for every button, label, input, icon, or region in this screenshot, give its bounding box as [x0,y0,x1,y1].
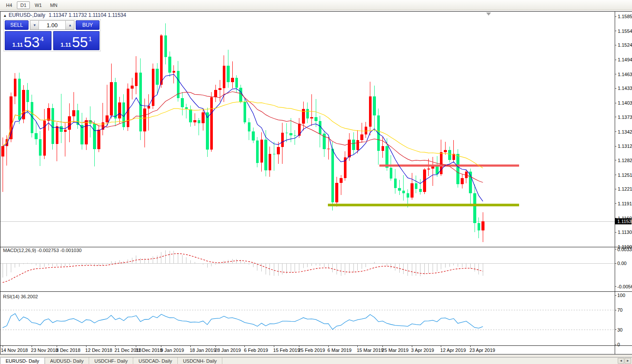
chart-tab-usdchf[interactable]: USDCHF- Daily [89,358,133,364]
buy-price-box[interactable]: 1.11 55 1 [53,31,100,50]
buy-button[interactable]: BUY [76,20,99,30]
volume-stepper: ▼ ▲ [30,20,74,30]
sell-price-box[interactable]: 1.11 53 4 [5,31,51,50]
buy-price-big: 55 [72,37,88,48]
candle-body [286,133,289,133]
candle-body [148,106,151,109]
candle-body [369,96,372,127]
buy-price-prefix: 1.11 [61,42,71,48]
time-axis-label: 15 Feb 2019 [273,348,300,353]
candle-body [139,73,142,131]
time-axis-label: 18 Jan 2019 [189,348,216,353]
candle-body [248,122,251,131]
candle-body [214,90,217,97]
candle-body [327,149,330,149]
candle-body [407,193,410,198]
candle-body [294,135,297,136]
macd-signal-line [3,254,483,283]
price-axis-label: 1.15850 [618,14,632,19]
candle-body [231,78,234,82]
candle-body [352,140,355,150]
candle-body [206,112,209,150]
candle-body [168,57,171,72]
candle-body [26,90,29,102]
chart-tab-usdcad[interactable]: USDCAD- Daily [133,358,178,364]
trading-platform-window: H4D1W1MN 0.0033830.00-0.005663100703001.… [0,0,632,364]
price-axis-label: 1.14030 [618,100,632,105]
volume-increase-icon[interactable]: ▲ [65,21,74,29]
candle-body [356,140,359,150]
price-axis-label: 1.12215 [618,186,632,192]
candle-body [47,108,50,121]
time-axis-label: 25 Mar 2019 [382,348,409,353]
ma-medium [3,92,483,182]
candle-body [51,108,55,144]
timeframe-toolbar: H4D1W1MN [0,0,632,10]
chart-ohlc-values: 1.11347 1.11732 1.11104 1.11534 [49,12,126,18]
candle-body [314,117,318,121]
buy-price-pip: 1 [88,35,92,42]
time-axis-label: 14 Nov 2018 [1,348,28,353]
chart-shift-marker-icon[interactable] [486,13,491,16]
candle-body [385,146,388,168]
sell-button[interactable]: SELL [5,20,29,30]
time-axis-label: 9 Jan 2019 [160,348,184,353]
timeframe-button-mn[interactable]: MN [47,1,61,9]
chart-tab-bar: EURUSD- DailyAUDUSD- DailyUSDCHF- DailyU… [0,357,632,364]
candle-body [377,115,380,151]
candle-body [189,109,192,122]
candle-body [415,183,418,189]
candle-body [118,102,121,118]
candle-body [60,126,63,132]
candle-body [173,71,176,72]
candle-body [310,117,313,118]
macd-axis-label: -0.005663 [617,284,632,289]
price-chart-canvas[interactable]: 0.0033830.00-0.005663100703001.158501.15… [0,10,632,355]
price-axis-label: 1.14635 [618,72,632,77]
price-axis-label: 1.11305 [618,230,632,235]
price-axis-label: 1.15245 [618,42,632,48]
candle-body [390,168,393,179]
candle-body [478,223,481,230]
candle-body [382,146,385,151]
candle-body [110,82,113,115]
candle-body [456,154,459,184]
candle-body [235,78,238,88]
candle-body [444,150,447,153]
candle-body [143,109,146,131]
candle-body [85,120,88,144]
chart-tab-audusd[interactable]: AUDUSD- Daily [45,358,90,364]
volume-decrease-icon[interactable]: ▼ [30,21,39,29]
candle-body [252,131,255,140]
candle-body [193,120,196,123]
candle-body [106,115,109,123]
candle-body [473,193,476,223]
timeframe-button-w1[interactable]: W1 [31,1,45,9]
volume-input[interactable] [39,21,65,29]
candle-body [72,110,75,116]
moving-average-lines [3,74,483,201]
macd-panel: 0.0033830.00-0.005663 [0,247,632,289]
time-axis-label: 28 Jan 2019 [215,348,241,353]
timeframe-button-h4[interactable]: H4 [3,1,16,9]
candle-body [10,96,13,139]
price-axis-label: 1.13425 [618,129,632,134]
rsi-axis-label: 70 [617,307,622,313]
chart-window: 0.0033830.00-0.005663100703001.158501.15… [0,10,632,355]
price-axis-label: 1.14335 [618,86,632,91]
chart-tab-eurusd[interactable]: EURUSD- Daily [0,358,45,364]
timeframe-button-d1[interactable]: D1 [17,1,30,9]
candle-body [1,146,4,156]
panel-collapse-icon[interactable]: ▲ [3,13,7,18]
candle-body [360,134,363,140]
time-axis-label: 15 Mar 2019 [357,348,384,353]
candle-body [39,139,42,156]
candle-body [331,149,334,202]
ma-fast [3,74,483,201]
candle-body [373,96,376,115]
chart-tab-usdcnh[interactable]: USDCNH- Daily [178,358,222,364]
tab-scroll-left-button[interactable]: ◄ [618,358,624,364]
tab-scroll-right-button[interactable]: ► [625,358,631,364]
time-axis-label: 31 Dec 2018 [135,348,162,353]
candle-body [68,116,71,130]
